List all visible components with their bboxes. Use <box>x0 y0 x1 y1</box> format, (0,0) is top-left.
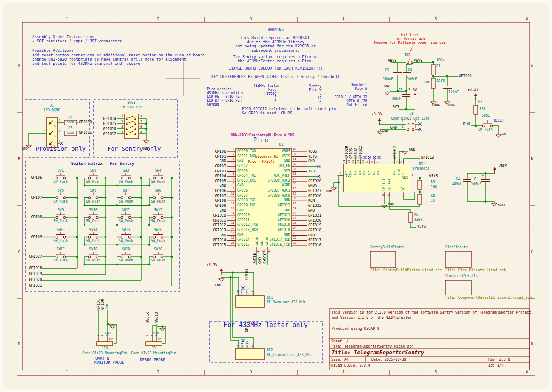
matrix-col-net: GPIO21 <box>29 284 42 288</box>
label: Doorbell <box>351 83 367 87</box>
label: 433MHz Tester <box>253 84 280 88</box>
switch-ref: SW3 <box>123 169 129 172</box>
sheet-file-sentrybuildphotos: File: SentryBuildPhotos.kicad_sch <box>370 268 442 272</box>
label: Conn_01x03_MountingPin <box>82 352 127 355</box>
label: GPIO13 <box>421 156 434 160</box>
label: 3 <box>402 125 404 128</box>
label: VSS <box>346 174 351 178</box>
matrix-col-net: GPIO19 <box>29 272 42 276</box>
label: VSYS <box>282 155 290 158</box>
label: GPIO14 <box>237 238 250 242</box>
label: GPIO18 <box>278 228 290 232</box>
label: GPIO1_RX0 <box>237 155 256 158</box>
label: 12 <box>317 97 321 100</box>
label: GND <box>390 126 397 130</box>
rf1-ref: RF1 <box>267 296 273 300</box>
switch-ref: SW15 <box>122 228 130 232</box>
pico-net: GND <box>220 184 226 188</box>
label: 32 <box>293 187 296 190</box>
label: D2 <box>368 171 371 175</box>
switch-ref: SW14 <box>89 228 97 232</box>
label: 43 <box>268 249 270 253</box>
frame-row: A <box>531 64 533 68</box>
label: D4 <box>359 171 362 175</box>
label: Pico - RP2040 <box>248 160 275 164</box>
pico-net: GPIO21 <box>308 214 321 217</box>
label: GPIO 0 /28 <box>347 100 367 103</box>
label: 100nF <box>383 78 393 81</box>
label: GPIO4 <box>245 321 249 332</box>
caption-provision-only: Provision only <box>36 146 86 152</box>
pico-net: GPIO0 <box>215 150 226 153</box>
label: GPIO26_ADC0 <box>268 194 290 197</box>
switch-ref: SW2 <box>90 169 96 172</box>
label: the 433MHzTester requires a Pico. <box>238 59 314 63</box>
label: 12 <box>352 160 355 163</box>
label: 10k <box>480 108 485 111</box>
label: C1 <box>474 178 478 181</box>
label: Pico-W <box>355 87 367 91</box>
label: SW53 <box>127 101 135 105</box>
label: R9 <box>431 181 435 184</box>
label: GND <box>105 332 111 335</box>
label: 2 <box>233 153 234 156</box>
label: DATA <box>241 341 244 348</box>
label: 39 <box>293 153 296 156</box>
note-additions-4: and test points for 433MHz transmit and … <box>32 62 140 66</box>
label: 22 <box>293 236 296 239</box>
kicad-schematic-canvas[interactable]: Assembly Order Instructions- SOT resisto… <box>0 0 552 392</box>
label: 3V3_EN <box>278 164 290 168</box>
label: GND <box>409 148 415 152</box>
label: Pico-W <box>309 89 321 92</box>
tb-tool: KiCad E.D.A. 9.0.4 <box>331 364 370 367</box>
label: 10K <box>431 186 437 189</box>
label: GND <box>106 304 109 309</box>
label: GND <box>237 159 243 163</box>
label: 33 <box>293 182 296 185</box>
label: GND <box>388 203 394 206</box>
label: J10 <box>102 347 108 350</box>
label: C4 <box>408 69 412 72</box>
label: + <box>482 175 484 178</box>
pico-net: GND <box>220 234 226 237</box>
label: 14 <box>343 160 346 163</box>
label: SWDIO <box>266 237 269 246</box>
label: 24 <box>293 227 296 230</box>
label: 11 <box>357 160 360 163</box>
switch-ref: SW10 <box>89 209 97 212</box>
tb-id: Id: 1/4 <box>488 364 504 367</box>
label: JP3 <box>404 54 410 57</box>
label: D1 <box>373 171 376 175</box>
pico-net: GPIO16 <box>308 243 321 247</box>
label: C5 <box>385 69 389 72</box>
label: VSYS <box>417 225 426 228</box>
matrix-row-net: GPIO6 <box>31 176 42 180</box>
label: 16 <box>382 193 385 197</box>
label: SWDIO <box>155 312 159 323</box>
tb-comment1: This version is for 2.3.0 version of the… <box>332 311 533 314</box>
pico-net: GPIO8 <box>215 199 226 203</box>
label: 2 <box>415 120 416 123</box>
label: 2 <box>59 130 60 133</box>
label: Conn_02x02_Odd_Even <box>391 117 430 120</box>
label: 36 <box>293 168 296 171</box>
label: 9 <box>366 161 369 163</box>
label: GND <box>382 130 388 133</box>
label: J8 <box>410 112 414 116</box>
label: 0 <box>319 100 321 104</box>
pico-net: GPIO17 <box>308 238 321 242</box>
tb-rev: Rev: 2.3.0 <box>488 358 510 361</box>
label: VCC <box>252 290 255 295</box>
label: SW_Push <box>53 259 68 262</box>
label: E <box>402 173 405 175</box>
label: 100nF <box>391 97 401 101</box>
frame-row: D <box>531 342 533 346</box>
label: 8 <box>233 182 234 185</box>
lcd-value: LCD1602A <box>413 168 429 171</box>
label: 10 <box>231 192 234 195</box>
frame-row: B <box>531 157 533 161</box>
label: GPIO20 <box>278 219 290 222</box>
label: C3 <box>399 89 403 92</box>
label: MP <box>109 338 113 341</box>
switch-ref: SW16 <box>154 228 162 232</box>
